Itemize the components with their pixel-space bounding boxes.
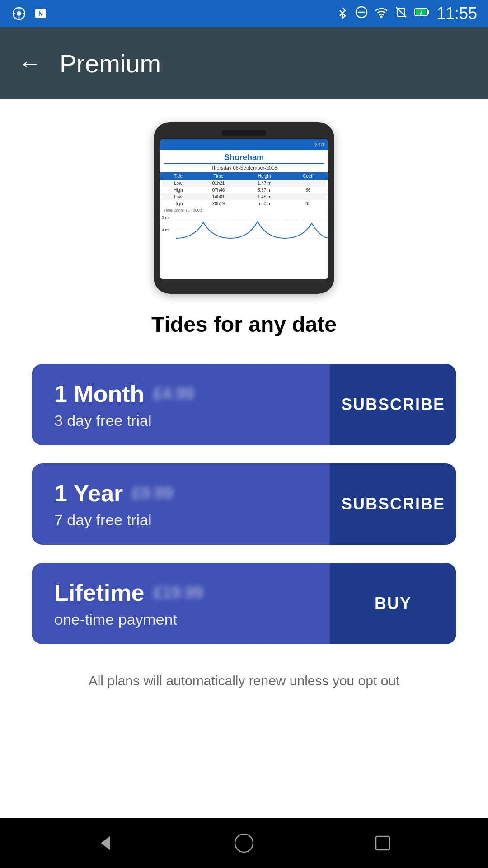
svg-point-1 bbox=[17, 11, 21, 16]
app-bar: ← Premium bbox=[0, 27, 488, 99]
col-coeff: Coeff bbox=[288, 172, 328, 180]
month-plan-trial: 3 day free trial bbox=[54, 412, 307, 429]
svg-text:N: N bbox=[38, 10, 43, 17]
app-icon-2: N bbox=[33, 5, 49, 22]
tide-location: Shoreham bbox=[164, 150, 324, 164]
lifetime-buy-label: BUY bbox=[375, 594, 412, 613]
nav-recents-button[interactable] bbox=[365, 825, 401, 861]
status-bar-right: 11:55 bbox=[336, 4, 477, 23]
month-subscribe-button[interactable]: SUBSCRIBE bbox=[330, 364, 456, 445]
table-row: High 20h19 5.50 m 63 bbox=[160, 200, 328, 207]
status-bar-left: N bbox=[11, 5, 49, 22]
feature-title: Tides for any date bbox=[151, 312, 337, 337]
chart-label-4m: 4 m bbox=[162, 228, 169, 232]
main-content: 2:01 Shoreham Thursday 06-September-2018… bbox=[0, 99, 488, 818]
month-subscribe-label: SUBSCRIBE bbox=[341, 395, 445, 414]
col-height: Height bbox=[241, 172, 288, 180]
year-plan-title-row: 1 Year £9.99 bbox=[54, 480, 307, 507]
tide-timezone: Time Zone: TU+0000 bbox=[160, 207, 328, 213]
month-plan-info: 1 Month £4.99 3 day free trial bbox=[32, 364, 330, 445]
svg-rect-24 bbox=[376, 836, 389, 850]
lifetime-plan-price: £19.99 bbox=[153, 583, 203, 602]
month-plan-card: 1 Month £4.99 3 day free trial SUBSCRIBE bbox=[32, 364, 456, 445]
lifetime-plan-title-row: Lifetime £19.99 bbox=[54, 579, 307, 606]
tide-date: Thursday 06-September-2018 bbox=[160, 164, 328, 172]
lifetime-plan-info: Lifetime £19.99 one-time payment bbox=[32, 563, 330, 644]
table-row: Low 14h01 1.45 m bbox=[160, 193, 328, 200]
svg-marker-22 bbox=[101, 836, 110, 850]
dnd-icon bbox=[355, 6, 368, 22]
year-plan-trial: 7 day free trial bbox=[54, 511, 307, 529]
nav-home-button[interactable] bbox=[226, 825, 262, 861]
chart-label-5m: 5 m bbox=[162, 215, 169, 220]
table-row: Low 01h21 1.47 m bbox=[160, 180, 328, 187]
disclaimer-text: All plans will automatically renew unles… bbox=[70, 671, 418, 690]
month-plan-price: £4.99 bbox=[153, 384, 194, 403]
bluetooth-icon bbox=[336, 6, 349, 22]
year-plan-name: 1 Year bbox=[54, 480, 123, 507]
lifetime-plan-trial: one-time payment bbox=[54, 611, 307, 628]
year-plan-price: £9.99 bbox=[132, 484, 173, 503]
month-plan-title-row: 1 Month £4.99 bbox=[54, 380, 307, 407]
sim-icon bbox=[395, 6, 408, 22]
year-plan-info: 1 Year £9.99 7 day free trial bbox=[32, 463, 330, 545]
phone-screen-header: 2:01 bbox=[160, 139, 328, 150]
phone-notch bbox=[221, 130, 267, 136]
year-subscribe-button[interactable]: SUBSCRIBE bbox=[330, 463, 456, 545]
year-plan-card: 1 Year £9.99 7 day free trial SUBSCRIBE bbox=[32, 463, 456, 545]
month-plan-name: 1 Month bbox=[54, 380, 144, 407]
phone-screen: 2:01 Shoreham Thursday 06-September-2018… bbox=[160, 139, 328, 279]
col-time: Time bbox=[196, 172, 240, 180]
year-subscribe-label: SUBSCRIBE bbox=[341, 495, 445, 514]
time-display: 11:55 bbox=[436, 4, 477, 23]
lifetime-buy-button[interactable]: BUY bbox=[330, 563, 456, 644]
svg-point-10 bbox=[380, 15, 382, 18]
table-row: High 07h46 5.37 m 56 bbox=[160, 187, 328, 193]
lifetime-plan-name: Lifetime bbox=[54, 579, 144, 606]
tide-chart: 5 m 4 m bbox=[160, 213, 328, 245]
phone-mockup: 2:01 Shoreham Thursday 06-September-2018… bbox=[154, 122, 334, 294]
phone-status-icons: 2:01 bbox=[315, 142, 324, 147]
battery-icon bbox=[414, 6, 430, 22]
svg-rect-15 bbox=[427, 10, 429, 14]
col-tide: Tide bbox=[160, 172, 196, 180]
page-title: Premium bbox=[60, 49, 161, 78]
lifetime-plan-card: Lifetime £19.99 one-time payment BUY bbox=[32, 563, 456, 644]
bottom-nav bbox=[0, 818, 488, 868]
status-bar: N bbox=[0, 0, 488, 27]
app-icon-1 bbox=[11, 5, 27, 22]
wifi-icon bbox=[374, 6, 389, 22]
svg-rect-14 bbox=[416, 9, 426, 15]
nav-back-button[interactable] bbox=[87, 825, 123, 861]
phone-time: 2:01 bbox=[315, 142, 324, 147]
tide-table: Tide Time Height Coeff Low 01h21 1.47 m … bbox=[160, 172, 328, 207]
chart-labels: 5 m 4 m bbox=[162, 215, 169, 241]
svg-point-23 bbox=[235, 834, 253, 852]
back-button[interactable]: ← bbox=[18, 50, 42, 77]
